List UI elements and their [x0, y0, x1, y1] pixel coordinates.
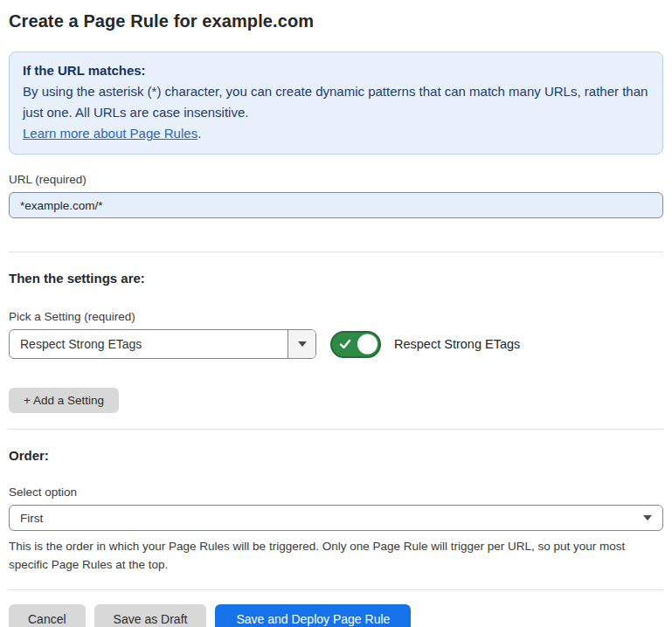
order-help-text: This is the order in which your Page Rul… [9, 537, 663, 574]
respect-strong-etags-toggle[interactable] [330, 331, 381, 358]
add-setting-button[interactable]: + Add a Setting [9, 388, 119, 413]
order-section-heading: Order: [9, 448, 663, 464]
url-input[interactable] [9, 192, 663, 218]
setting-select-value: Respect Strong ETags [10, 330, 288, 358]
cancel-button[interactable]: Cancel [9, 604, 86, 627]
info-box-body: By using the asterisk (*) character, you… [23, 81, 649, 123]
pick-setting-label: Pick a Setting (required) [9, 309, 663, 324]
check-icon [339, 338, 351, 350]
info-link-line: Learn more about Page Rules. [23, 123, 649, 144]
info-box-heading: If the URL matches: [23, 60, 649, 81]
footer-actions: Cancel Save as Draft Save and Deploy Pag… [9, 604, 663, 627]
toggle-group: Respect Strong ETags [330, 331, 520, 358]
link-suffix: . [197, 126, 201, 141]
create-page-rule-form: Create a Page Rule for example.com If th… [0, 0, 672, 627]
settings-section-heading: Then the settings are: [9, 271, 663, 286]
toggle-label: Respect Strong ETags [394, 337, 520, 351]
divider [9, 429, 663, 430]
divider [9, 251, 663, 252]
url-field-label: URL (required) [9, 172, 663, 187]
setting-row: Respect Strong ETags Respect Strong ETag… [9, 329, 663, 359]
setting-select[interactable]: Respect Strong ETags [9, 329, 316, 359]
dropdown-arrow-icon [298, 341, 307, 347]
learn-more-link[interactable]: Learn more about Page Rules [23, 126, 197, 141]
order-select-label: Select option [9, 485, 663, 500]
url-match-info-box: If the URL matches: By using the asteris… [9, 52, 663, 155]
save-as-draft-button[interactable]: Save as Draft [94, 604, 207, 627]
save-and-deploy-button[interactable]: Save and Deploy Page Rule [215, 604, 411, 627]
order-select[interactable]: First [9, 505, 663, 531]
chevron-down-icon [643, 515, 652, 520]
divider [9, 589, 663, 590]
toggle-knob [357, 334, 378, 355]
setting-select-arrow-button[interactable] [288, 330, 315, 358]
page-title: Create a Page Rule for example.com [9, 10, 663, 31]
order-select-value: First [20, 512, 643, 525]
